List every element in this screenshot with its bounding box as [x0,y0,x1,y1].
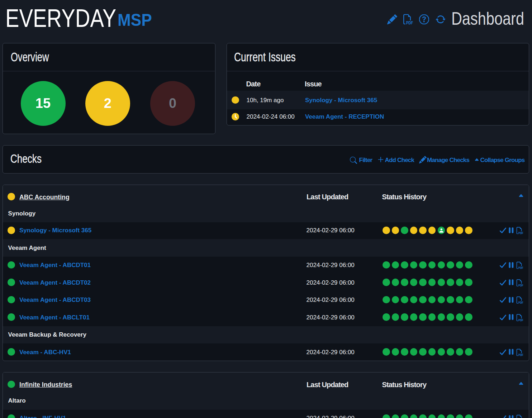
svg-text:PDF: PDF [518,283,523,287]
svg-text:PDF: PDF [518,266,523,269]
svg-text:PDF: PDF [518,318,523,322]
svg-text:PDF: PDF [518,300,523,304]
svg-text:PDF: PDF [406,20,413,24]
svg-text:PDF: PDF [518,231,523,234]
svg-text:PDF: PDF [518,353,523,356]
